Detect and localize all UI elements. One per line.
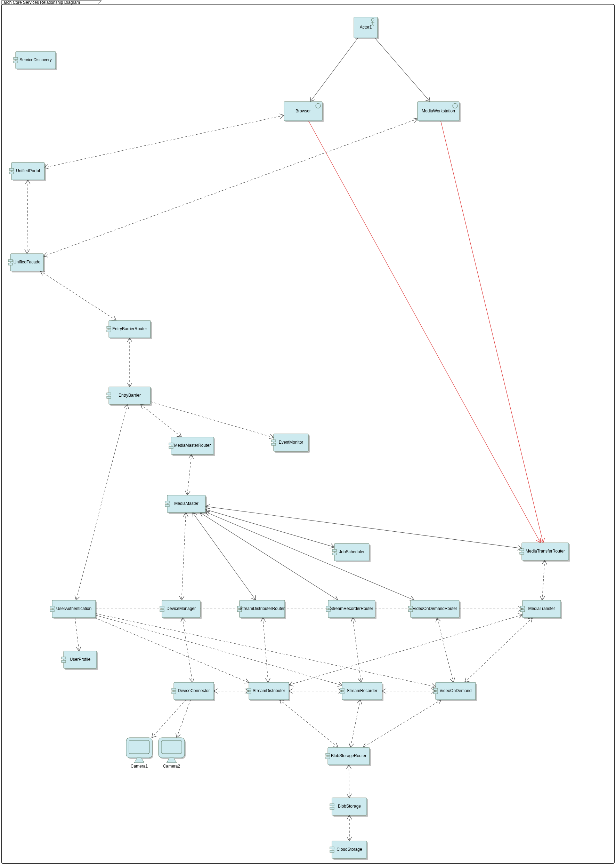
svg-rect-72: [165, 501, 169, 503]
node-label: UnifiedFacade: [14, 260, 41, 265]
svg-rect-61: [107, 396, 111, 399]
edge-StreamDistributer-BlobStorageRouter: [280, 700, 338, 747]
edge-StreamRecorder-BlobStorageRouter: [349, 700, 362, 747]
node-label: DeviceConnector: [178, 688, 210, 693]
edge-Actor1-Browser: [310, 38, 358, 102]
node-UnifiedFacade[interactable]: UnifiedFacade: [8, 254, 45, 273]
svg-line-30: [437, 618, 453, 682]
node-StreamRecorderRouter[interactable]: StreamRecorderRouter: [326, 600, 377, 619]
node-CloudStorage[interactable]: CloudStorage: [330, 841, 368, 860]
node-UserAuthentication[interactable]: UserAuthentication: [50, 600, 97, 619]
diagram-title: arch Core Services Relationship Diagram: [3, 0, 80, 5]
edge-MediaMaster-StreamDistributerRouter: [193, 512, 256, 600]
edge-MediaMaster-VideoOnDemandRouter: [206, 511, 414, 600]
svg-rect-80: [520, 549, 524, 551]
node-DeviceManager[interactable]: DeviceManager: [160, 600, 202, 619]
node-label: ServiceDiscovery: [19, 57, 52, 62]
svg-rect-120: [340, 688, 344, 690]
node-label: DeviceManager: [167, 606, 196, 611]
svg-rect-68: [272, 440, 276, 442]
svg-line-21: [94, 618, 249, 683]
svg-line-20: [75, 618, 79, 651]
node-label: BlobStorage: [338, 804, 361, 808]
node-Actor1[interactable]: Actor1: [354, 17, 379, 39]
edge-UserAuthentication-StreamRecorder: [96, 615, 342, 687]
svg-line-19: [206, 506, 522, 548]
node-MediaTransfer[interactable]: MediaTransfer: [520, 600, 562, 619]
edge-StreamDistributer-MediaTransfer: [289, 613, 522, 686]
node-StreamDistributerRouter[interactable]: StreamDistributerRouter: [237, 600, 286, 619]
svg-line-31: [542, 560, 545, 600]
svg-rect-97: [326, 610, 330, 612]
svg-rect-109: [61, 660, 66, 662]
node-StreamDistributer[interactable]: StreamDistributer: [247, 682, 290, 701]
edge-StreamDistributer-StreamRecorder: [289, 689, 342, 693]
node-Browser[interactable]: Browser: [284, 102, 324, 122]
svg-rect-65: [169, 446, 173, 449]
svg-rect-73: [165, 504, 169, 507]
edge-UserAuthentication-StreamDistributer: [94, 618, 249, 683]
node-label: StreamRecorderRouter: [330, 606, 373, 611]
svg-rect-56: [107, 326, 111, 328]
node-Camera1[interactable]: Camera1: [126, 737, 153, 769]
node-label: Camera2: [163, 764, 181, 769]
node-label: StreamDistributerRouter: [239, 606, 284, 611]
svg-line-38: [350, 700, 360, 747]
node-JobScheduler[interactable]: JobScheduler: [332, 544, 371, 562]
node-UnifiedPortal[interactable]: UnifiedPortal: [9, 162, 46, 181]
edge-VideoOnDemand-BlobStorageRouter: [363, 700, 441, 747]
node-StreamRecorder[interactable]: StreamRecorder: [340, 682, 383, 701]
edge-VideoOnDemandRouter-VideoOnDemand: [435, 618, 455, 682]
edge-UnifiedPortal-UnifiedFacade: [25, 180, 30, 254]
svg-line-27: [177, 700, 190, 737]
node-VideoOnDemand[interactable]: VideoOnDemand: [434, 682, 477, 701]
edge-UserAuthentication-UserProfile: [75, 618, 81, 651]
edge-EntryBarrier-UserAuthentication: [75, 404, 129, 600]
svg-line-28: [263, 618, 268, 682]
node-label: EntryBarrier: [119, 393, 141, 398]
svg-line-29: [353, 618, 361, 682]
svg-rect-121: [340, 692, 344, 694]
node-MediaMaster[interactable]: MediaMaster: [165, 495, 207, 514]
node-label: EntryBarrierRouter: [112, 326, 147, 331]
node-MediaMasterRouter[interactable]: MediaMasterRouter: [169, 437, 215, 456]
svg-rect-105: [520, 610, 525, 612]
node-UserProfile[interactable]: UserProfile: [61, 651, 98, 670]
svg-rect-133: [330, 807, 334, 809]
edge-EntryBarrier-EventMonitor: [151, 402, 273, 438]
svg-rect-52: [8, 260, 13, 262]
node-VideoOnDemandRouter[interactable]: VideoOnDemandRouter: [409, 600, 460, 619]
node-BlobStorage[interactable]: BlobStorage: [330, 798, 368, 817]
node-BlobStorageRouter[interactable]: BlobStorageRouter: [326, 747, 371, 766]
svg-rect-81: [520, 552, 524, 554]
svg-rect-101: [409, 610, 413, 612]
node-EntryBarrierRouter[interactable]: EntryBarrierRouter: [107, 320, 152, 339]
edge-DeviceConnector-Camera2: [176, 700, 191, 737]
diagram-canvas: arch Core Services Relationship DiagramS…: [0, 0, 616, 865]
edge-StreamDistributerRouter-StreamDistributer: [261, 618, 270, 682]
svg-rect-77: [332, 553, 336, 555]
edge-VideoOnDemand-MediaTransfer: [465, 618, 533, 682]
svg-rect-85: [50, 610, 54, 612]
node-ServiceDiscovery[interactable]: ServiceDiscovery: [14, 52, 57, 70]
svg-rect-69: [272, 443, 276, 445]
node-label: StreamDistributer: [253, 688, 285, 693]
svg-line-13: [187, 454, 192, 495]
node-label: StreamRecorder: [347, 688, 377, 693]
node-label: MediaTransferRouter: [526, 549, 565, 554]
node-Camera2[interactable]: Camera2: [159, 737, 185, 769]
node-label: MediaMaster: [174, 501, 198, 506]
svg-line-8: [40, 271, 116, 320]
node-MediaTransferRouter[interactable]: MediaTransferRouter: [520, 543, 570, 562]
node-label: Actor1: [360, 25, 372, 30]
svg-line-10: [140, 404, 181, 437]
node-label: MediaWorkstation: [422, 109, 455, 113]
svg-rect-125: [434, 692, 438, 694]
node-DeviceConnector[interactable]: DeviceConnector: [172, 682, 215, 701]
svg-rect-89: [160, 610, 164, 612]
edge-StreamRecorderRouter-StreamRecorder: [351, 618, 363, 682]
node-EventMonitor[interactable]: EventMonitor: [272, 434, 310, 453]
node-EntryBarrier[interactable]: EntryBarrier: [107, 387, 152, 406]
node-MediaWorkstation[interactable]: MediaWorkstation: [418, 102, 460, 122]
svg-line-25: [182, 618, 193, 682]
